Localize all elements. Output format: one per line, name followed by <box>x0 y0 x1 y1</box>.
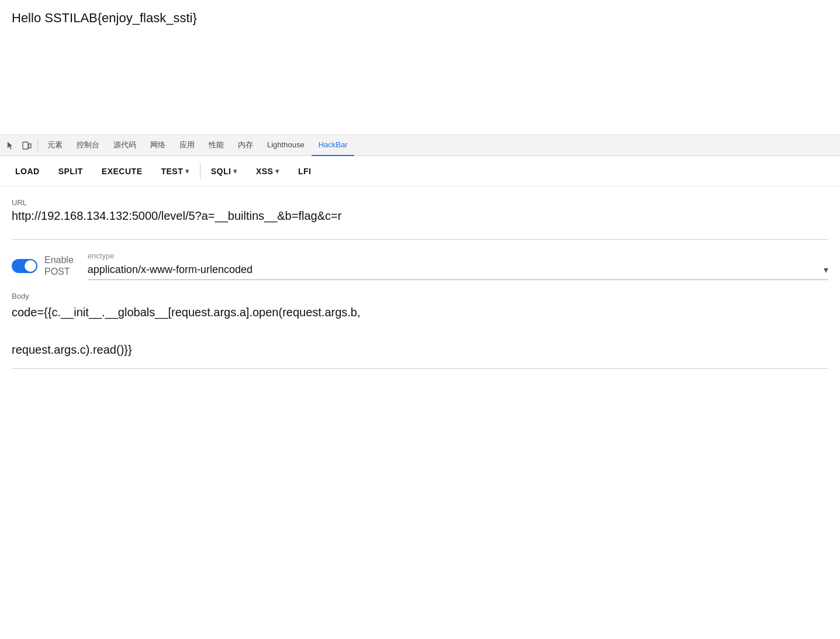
tab-performance[interactable]: 性能 <box>202 135 231 156</box>
test-arrow-icon: ▾ <box>185 167 189 175</box>
svg-rect-1 <box>29 144 31 148</box>
tab-memory[interactable]: 内存 <box>231 135 260 156</box>
hello-text: Hello SSTILAB{enjoy_flask_ssti} <box>12 11 828 26</box>
toggle-thumb <box>25 260 36 272</box>
body-section: Body code={{c.__init__.__globals__[reque… <box>12 292 828 369</box>
body-value[interactable]: code={{c.__init__.__globals__[request.ar… <box>12 303 828 359</box>
page-content: Hello SSTILAB{enjoy_flask_ssti} <box>0 0 840 134</box>
device-icon[interactable] <box>19 137 35 154</box>
xss-button[interactable]: XSS ▾ <box>247 156 289 186</box>
enctype-select[interactable]: application/x-www-form-urlencoded ▾ <box>88 264 828 280</box>
post-enctype-row: EnablePOST enctype application/x-www-for… <box>12 251 828 280</box>
devtools-panel: 元素 控制台 源代码 网络 应用 性能 内存 Lighthouse HackBa… <box>0 134 840 369</box>
enable-post-label: EnablePOST <box>44 254 74 277</box>
tab-hackbar[interactable]: HackBar <box>312 135 355 156</box>
test-button[interactable]: TEST ▾ <box>151 156 198 186</box>
toolbar-separator <box>200 163 201 179</box>
xss-arrow-icon: ▾ <box>275 167 279 175</box>
tab-lighthouse[interactable]: Lighthouse <box>260 135 312 156</box>
enable-post-toggle[interactable] <box>12 259 37 273</box>
svg-rect-0 <box>23 142 28 149</box>
tab-elements[interactable]: 元素 <box>40 135 70 156</box>
execute-button[interactable]: EXECUTE <box>92 156 152 186</box>
split-button[interactable]: SPLIT <box>49 156 92 186</box>
sqli-button[interactable]: SQLI ▾ <box>202 156 247 186</box>
body-label: Body <box>12 292 828 300</box>
cursor-icon[interactable] <box>2 137 19 154</box>
enctype-value: application/x-www-form-urlencoded <box>88 264 824 276</box>
tab-bar: 元素 控制台 源代码 网络 应用 性能 内存 Lighthouse HackBa… <box>0 135 840 156</box>
tab-console[interactable]: 控制台 <box>70 135 106 156</box>
hackbar-content: URL http://192.168.134.132:5000/level/5?… <box>0 186 840 369</box>
enctype-label: enctype <box>88 251 828 260</box>
enctype-group: enctype application/x-www-form-urlencode… <box>88 251 828 280</box>
enctype-chevron-icon: ▾ <box>824 264 828 275</box>
tab-application[interactable]: 应用 <box>172 135 202 156</box>
sqli-arrow-icon: ▾ <box>233 167 237 175</box>
tab-network[interactable]: 网络 <box>143 135 172 156</box>
tab-divider <box>37 140 38 151</box>
url-label: URL <box>12 198 828 207</box>
lfi-button[interactable]: LFI <box>289 156 321 186</box>
hackbar-toolbar: LOAD SPLIT EXECUTE TEST ▾ SQLI ▾ XSS ▾ L… <box>0 156 840 186</box>
toggle-track <box>12 259 37 273</box>
load-button[interactable]: LOAD <box>6 156 49 186</box>
url-value[interactable]: http://192.168.134.132:5000/level/5?a=__… <box>12 209 828 223</box>
tab-sources[interactable]: 源代码 <box>106 135 143 156</box>
enable-post-wrapper: EnablePOST <box>12 254 74 277</box>
url-section: URL http://192.168.134.132:5000/level/5?… <box>12 198 828 240</box>
